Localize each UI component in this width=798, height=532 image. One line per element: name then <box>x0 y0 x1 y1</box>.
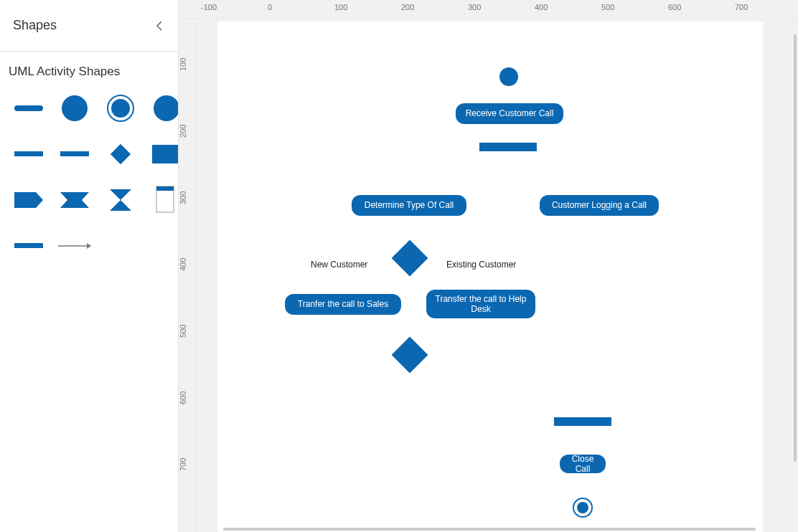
shape-initial-node-mini[interactable] <box>9 92 49 125</box>
svg-rect-6 <box>60 151 89 156</box>
svg-rect-14 <box>156 186 174 191</box>
diagram-surface[interactable]: Receive Customer Call Determine Type Of … <box>197 19 798 532</box>
svg-rect-8 <box>152 145 179 163</box>
shape-send-signal[interactable] <box>9 184 49 217</box>
ruler-tick: 300 <box>179 191 187 204</box>
node-determine[interactable]: Determine Type Of Call <box>352 195 466 216</box>
ruler-tick: 200 <box>179 125 187 138</box>
ruler-tick: 500 <box>598 3 614 11</box>
canvas-wrap: -100 0 100 200 300 400 500 600 700 100 2… <box>179 0 798 532</box>
canvas-main: 100 200 300 400 500 600 700 <box>179 19 798 532</box>
svg-marker-9 <box>14 192 43 208</box>
node-label: Transfer the call to Help Desk <box>432 294 530 315</box>
ruler-tick: 600 <box>665 3 681 11</box>
node-label: Determine Type Of Call <box>365 200 454 210</box>
shape-decision[interactable] <box>100 138 141 171</box>
ruler-horizontal: -100 0 100 200 300 400 500 600 700 <box>179 0 798 19</box>
shape-accept-signal[interactable] <box>55 184 95 217</box>
svg-point-19 <box>577 502 588 513</box>
panel-title: Shapes <box>13 18 57 33</box>
shape-time-event[interactable] <box>100 184 141 217</box>
node-helpdesk[interactable]: Transfer the call to Help Desk <box>426 290 535 318</box>
edge-label-new: New Customer <box>309 260 369 270</box>
shape-note[interactable] <box>146 184 179 217</box>
node-label: Customer Logging a Call <box>552 200 647 210</box>
svg-rect-0 <box>14 105 43 111</box>
node-label: Close Call <box>565 454 600 475</box>
node-receive[interactable]: Receive Customer Call <box>456 103 563 124</box>
ruler-tick: 400 <box>179 258 187 271</box>
shape-connector-arrow[interactable] <box>55 229 95 262</box>
shape-fork-horizontal[interactable] <box>9 138 49 171</box>
node-end[interactable] <box>573 498 593 518</box>
svg-point-4 <box>154 95 179 121</box>
edge-label-existing: Existing Customer <box>445 260 517 270</box>
palette-grid <box>0 85 178 270</box>
shape-final-node[interactable] <box>100 92 141 125</box>
svg-marker-11 <box>110 189 131 200</box>
ruler-tick: -100 <box>198 3 217 11</box>
node-logging[interactable]: Customer Logging a Call <box>540 195 659 216</box>
svg-rect-7 <box>111 144 131 164</box>
node-sales[interactable]: Tranfer the call to Sales <box>285 294 401 315</box>
node-fork[interactable] <box>479 143 537 151</box>
scrollbar-horizontal[interactable] <box>223 528 756 531</box>
svg-rect-15 <box>14 243 43 248</box>
shape-initial-node[interactable] <box>55 92 95 125</box>
svg-marker-17 <box>87 243 91 249</box>
scrollbar-vertical[interactable] <box>794 34 797 462</box>
node-join[interactable] <box>554 417 611 426</box>
ruler-tick: 100 <box>179 58 187 71</box>
collapse-panel-icon[interactable] <box>155 19 165 33</box>
ruler-tick: 400 <box>532 3 548 11</box>
node-start[interactable] <box>499 67 518 86</box>
panel-header: Shapes <box>0 0 178 52</box>
connector-layer <box>197 19 413 126</box>
node-label: Receive Customer Call <box>466 108 554 118</box>
svg-marker-10 <box>60 192 89 208</box>
ruler-tick: 100 <box>332 3 347 11</box>
svg-point-1 <box>62 95 88 121</box>
ruler-vertical: 100 200 300 400 500 600 700 <box>179 19 197 532</box>
node-close[interactable]: Close Call <box>560 455 606 473</box>
svg-rect-5 <box>14 151 43 156</box>
shape-object-node[interactable] <box>146 138 179 171</box>
svg-marker-12 <box>110 200 131 211</box>
shape-action[interactable] <box>146 92 179 125</box>
shape-fork-short[interactable] <box>55 138 95 171</box>
shapes-panel: Shapes UML Activity Shapes <box>0 0 179 532</box>
shape-bar-short[interactable] <box>9 229 49 262</box>
ruler-tick: 300 <box>465 3 481 11</box>
svg-point-3 <box>111 99 130 118</box>
ruler-tick: 600 <box>179 391 187 404</box>
ruler-tick: 700 <box>732 3 748 11</box>
ruler-tick: 700 <box>179 458 187 471</box>
ruler-tick: 200 <box>398 3 414 11</box>
palette-section-title: UML Activity Shapes <box>0 52 178 85</box>
ruler-tick: 0 <box>265 3 272 11</box>
node-label: Tranfer the call to Sales <box>298 299 388 309</box>
ruler-tick: 500 <box>179 325 187 338</box>
